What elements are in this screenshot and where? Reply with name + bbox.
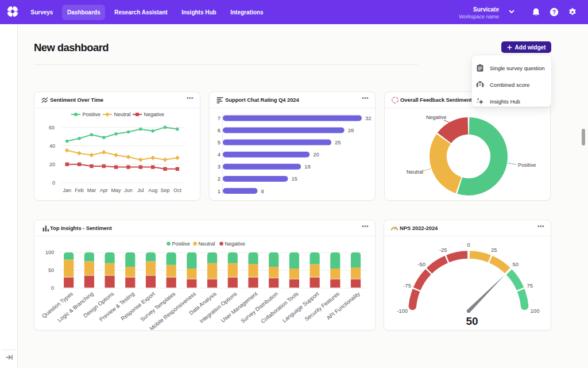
svg-text:8: 8 <box>261 188 264 194</box>
svg-text:Preview & Testing: Preview & Testing <box>98 290 136 323</box>
svg-text:40: 40 <box>49 143 55 149</box>
svg-text:-25: -25 <box>439 247 447 253</box>
svg-text:60: 60 <box>49 125 55 131</box>
svg-text:Jun: Jun <box>124 187 133 193</box>
svg-text:18: 18 <box>304 163 311 170</box>
svg-text:-50: -50 <box>417 261 425 267</box>
svg-text:2: 2 <box>218 175 220 182</box>
svg-text:7: 7 <box>218 115 220 121</box>
svg-text:-100: -100 <box>397 308 408 314</box>
svg-text:100: 100 <box>45 250 54 255</box>
svg-text:Aug: Aug <box>148 187 157 193</box>
svg-text:Security Features: Security Features <box>303 290 341 323</box>
svg-text:?: ? <box>552 9 556 16</box>
svg-text:Positive: Positive <box>83 112 101 117</box>
svg-text:May: May <box>111 187 122 193</box>
svg-text:50: 50 <box>512 261 519 267</box>
svg-text:Neutral: Neutral <box>114 112 131 117</box>
svg-text:100: 100 <box>531 308 540 314</box>
svg-text:Negative: Negative <box>426 114 447 120</box>
svg-text:Survey Templates: Survey Templates <box>139 290 177 323</box>
svg-text:Jan: Jan <box>63 187 71 193</box>
svg-text:15: 15 <box>291 175 297 182</box>
svg-text:Positive: Positive <box>518 162 536 168</box>
svg-text:28: 28 <box>348 127 354 133</box>
svg-text:75: 75 <box>527 282 533 289</box>
svg-text:20: 20 <box>49 162 55 167</box>
svg-text:0: 0 <box>467 241 470 248</box>
svg-text:Language Support: Language Support <box>281 290 320 324</box>
svg-text:50: 50 <box>466 315 478 327</box>
svg-text:Jul: Jul <box>137 187 144 193</box>
svg-text:Apr: Apr <box>100 187 108 193</box>
svg-text:Feb: Feb <box>75 187 84 193</box>
svg-text:0: 0 <box>51 285 54 291</box>
svg-text:User Management: User Management <box>220 290 259 324</box>
svg-text:Negative: Negative <box>225 241 246 247</box>
svg-text:Neutral: Neutral <box>199 241 215 247</box>
svg-text:-75: -75 <box>403 282 411 289</box>
svg-text:50: 50 <box>48 267 54 273</box>
svg-text:3: 3 <box>218 163 220 170</box>
svg-text:32: 32 <box>365 115 372 121</box>
svg-text:25: 25 <box>335 139 341 145</box>
svg-text:Negative: Negative <box>144 112 165 117</box>
svg-text:Mar: Mar <box>87 187 96 193</box>
svg-text:Neutral: Neutral <box>407 169 423 175</box>
svg-text:6: 6 <box>218 127 220 133</box>
svg-text:Survey Distribution: Survey Distribution <box>239 290 279 324</box>
svg-text:Integration Options: Integration Options <box>198 290 238 324</box>
svg-text:Sep: Sep <box>160 187 169 193</box>
svg-text:25: 25 <box>491 247 497 253</box>
svg-text:Collaboration Tools: Collaboration Tools <box>260 290 300 324</box>
svg-text:20: 20 <box>313 151 319 158</box>
svg-text:Positive: Positive <box>172 241 191 247</box>
svg-text:0: 0 <box>52 180 55 186</box>
svg-text:1: 1 <box>218 188 220 194</box>
svg-text:Oct: Oct <box>173 187 182 193</box>
svg-text:Logic & Branching: Logic & Branching <box>56 290 95 323</box>
svg-text:5: 5 <box>218 139 220 145</box>
svg-text:4: 4 <box>218 151 220 158</box>
